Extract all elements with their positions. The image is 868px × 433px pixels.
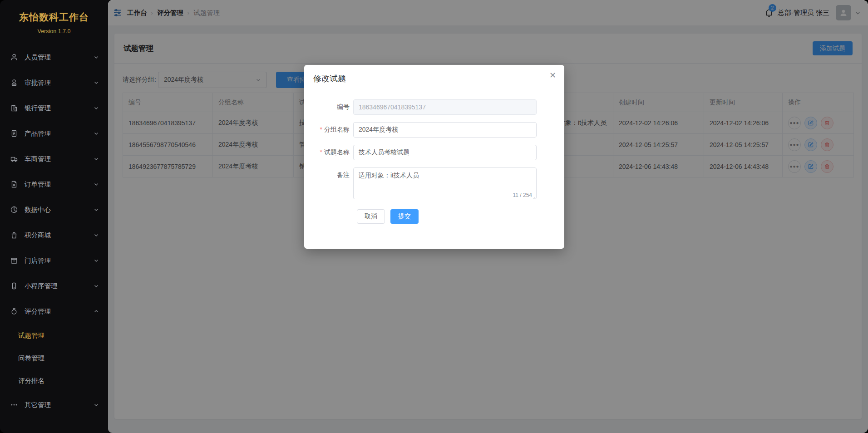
sidebar-item-bank[interactable]: 银行管理 [0, 95, 108, 121]
sidebar-item-label: 积分商城 [25, 231, 94, 240]
app-version: Version 1.7.0 [0, 28, 108, 34]
question-name-field[interactable] [353, 145, 537, 160]
sidebar-item-survey-management[interactable]: 问卷管理 [0, 347, 108, 369]
sidebar-item-other[interactable]: 其它管理 [0, 392, 108, 418]
sidebar-item-label: 车商管理 [25, 155, 94, 163]
chevron-down-icon [94, 402, 99, 408]
id-field [353, 99, 537, 115]
chevron-down-icon [94, 54, 99, 60]
pie-chart-icon [10, 206, 18, 214]
truck-icon [10, 155, 18, 163]
chevron-down-icon [94, 283, 99, 289]
form-row-id: 编号 [304, 99, 537, 115]
form-row-name: 试题名称 [304, 145, 537, 160]
group-name-field[interactable] [353, 122, 537, 138]
name-field-label: 试题名称 [304, 148, 353, 157]
sidebar-item-label: 评分管理 [25, 307, 94, 316]
chevron-down-icon [94, 207, 99, 212]
chevron-down-icon [94, 258, 99, 263]
sidebar-item-label: 审批管理 [25, 79, 94, 87]
remark-field-label: 备注 [304, 171, 353, 179]
chevron-down-icon [94, 182, 99, 187]
chevron-down-icon [94, 80, 99, 85]
app-window: 东怡数科工作台 Version 1.7.0 人员管理 审批管理 银行管理 产品管… [0, 0, 868, 433]
chevron-down-icon [94, 232, 99, 238]
score-icon [10, 307, 18, 315]
sidebar: 东怡数科工作台 Version 1.7.0 人员管理 审批管理 银行管理 产品管… [0, 0, 108, 433]
sidebar-item-label: 人员管理 [25, 53, 94, 62]
sidebar-item-data-center[interactable]: 数据中心 [0, 197, 108, 222]
user-icon [10, 53, 18, 61]
app-logo: 东怡数科工作台 [0, 11, 108, 24]
chevron-down-icon [94, 131, 99, 136]
sidebar-item-product[interactable]: 产品管理 [0, 121, 108, 146]
modal-actions: 取消 提交 [357, 209, 419, 224]
chevron-up-icon [94, 309, 99, 314]
sidebar-item-label: 产品管理 [25, 129, 94, 138]
stamp-icon [10, 79, 18, 87]
chevron-down-icon [94, 156, 99, 162]
submit-button[interactable]: 提交 [390, 209, 419, 224]
dots-icon [10, 401, 18, 409]
modal-title: 修改试题 [313, 73, 346, 84]
form-row-remark: 备注 适用对象：it技术人员 11 / 254 [304, 167, 537, 201]
sidebar-item-points-mall[interactable]: 积分商城 [0, 222, 108, 248]
sidebar-item-score[interactable]: 评分管理 [0, 299, 108, 324]
edit-question-modal: 修改试题 ✕ 编号 分组名称 试题名称 备注 适用对象：it技术人员 11 / … [304, 65, 564, 249]
bank-icon [10, 104, 18, 112]
id-field-label: 编号 [304, 103, 353, 111]
resize-grip-icon[interactable] [532, 196, 536, 200]
sidebar-item-score-ranking[interactable]: 评分排名 [0, 369, 108, 392]
order-doc-icon [10, 180, 18, 188]
sidebar-item-question-management[interactable]: 试题管理 [0, 324, 108, 347]
form-row-group: 分组名称 [304, 122, 537, 138]
shopping-bag-icon [10, 231, 18, 239]
group-field-label: 分组名称 [304, 126, 353, 134]
sidebar-item-dealer[interactable]: 车商管理 [0, 146, 108, 172]
chevron-down-icon [94, 105, 99, 111]
sidebar-item-label: 银行管理 [25, 104, 94, 113]
sidebar-item-approval[interactable]: 审批管理 [0, 70, 108, 95]
sidebar-item-store[interactable]: 门店管理 [0, 248, 108, 273]
sidebar-nav: 人员管理 审批管理 银行管理 产品管理 车商管理 [0, 44, 108, 418]
sidebar-item-label: 门店管理 [25, 256, 94, 265]
sidebar-item-label: 小程序管理 [25, 282, 94, 290]
product-doc-icon [10, 129, 18, 138]
sidebar-item-label: 数据中心 [25, 206, 94, 214]
sidebar-item-label: 订单管理 [25, 180, 94, 189]
mobile-icon [10, 282, 18, 290]
cancel-button[interactable]: 取消 [357, 209, 385, 224]
remark-field[interactable]: 适用对象：it技术人员 [353, 167, 537, 199]
store-icon [10, 256, 18, 265]
score-submenu: 试题管理 问卷管理 评分排名 [0, 324, 108, 392]
sidebar-item-order[interactable]: 订单管理 [0, 172, 108, 197]
sidebar-item-label: 其它管理 [25, 401, 94, 409]
sidebar-item-personnel[interactable]: 人员管理 [0, 44, 108, 70]
sidebar-item-mini-program[interactable]: 小程序管理 [0, 273, 108, 299]
close-icon[interactable]: ✕ [549, 71, 556, 79]
